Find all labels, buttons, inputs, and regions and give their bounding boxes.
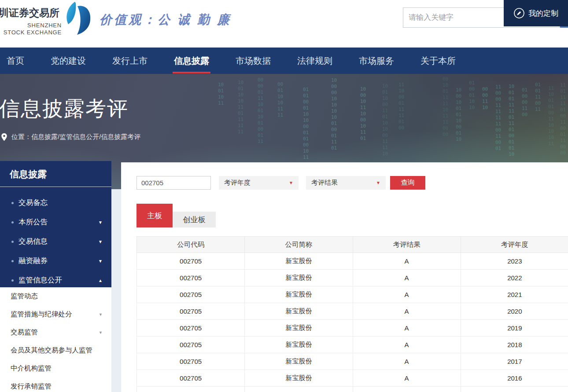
sidebar-subitem-label: 监管措施与纪律处分 <box>11 310 72 319</box>
table-cell: A <box>353 370 461 387</box>
nav-item-7[interactable]: 市场服务 <box>359 48 394 74</box>
nav-item-1[interactable]: 首页 <box>7 48 24 74</box>
logo-en-text: SHENZHEN STOCK EXCHANGE <box>0 22 62 36</box>
sidebar-subitem-2[interactable]: 监管措施与纪律处分▼ <box>0 305 111 323</box>
location-pin-icon <box>1 133 7 141</box>
evaluation-year-dropdown[interactable]: 考评年度 ▼ <box>219 176 299 190</box>
table-cell: 新宝股份 <box>245 370 353 387</box>
sidebar-item-label: 交易信息 <box>18 237 48 246</box>
sidebar-subitem-5[interactable]: 中介机构监管 <box>0 359 111 377</box>
breadcrumb: 位置：信息披露/监管信息公开/信息披露考评 <box>1 133 140 141</box>
table-cell: 002705 <box>137 286 245 303</box>
table-cell: 002705 <box>137 370 245 387</box>
table-header-cell: 考评年度 <box>461 237 568 253</box>
table-row-partial <box>137 387 568 392</box>
sidebar-subitem-label: 发行承销监管 <box>11 382 52 391</box>
site-header: 深圳证券交易所 SHENZHEN STOCK EXCHANGE 价值观：公 诚 … <box>0 0 568 48</box>
table-cell: 新宝股份 <box>245 286 353 303</box>
table-cell: 新宝股份 <box>245 337 353 353</box>
table-cell: 002705 <box>137 253 245 270</box>
szse-logo-icon <box>63 1 92 35</box>
table-row: 002705新宝股份A2016 <box>137 370 568 387</box>
table-cell <box>353 387 461 392</box>
page-title: 信息披露考评 <box>0 95 129 123</box>
nav-item-8[interactable]: 关于本所 <box>420 48 456 74</box>
breadcrumb-text[interactable]: 位置：信息披露/监管信息公开/信息披露考评 <box>11 133 140 141</box>
sidebar-subitem-1[interactable]: 监管动态 <box>0 287 111 305</box>
nav-item-2[interactable]: 党的建设 <box>51 48 86 74</box>
bullet-icon <box>11 241 14 243</box>
logo-cn-text: 深圳证券交易所 <box>0 6 59 20</box>
bullet-icon <box>11 221 14 223</box>
sidebar-subitem-3[interactable]: 交易监管▼ <box>0 323 111 341</box>
bullet-icon <box>11 279 14 282</box>
bullet-icon <box>11 202 14 204</box>
sidebar-item-label: 交易备忘 <box>18 198 48 208</box>
table-cell: 新宝股份 <box>245 303 353 320</box>
nav-item-3[interactable]: 发行上市 <box>112 48 148 74</box>
table-cell: 2023 <box>461 253 568 270</box>
company-code-input[interactable] <box>136 176 211 190</box>
tab-main-board[interactable]: 主板 <box>136 204 173 227</box>
table-cell: 2022 <box>461 270 568 286</box>
table-row: 002705新宝股份A2019 <box>137 320 568 337</box>
table-cell: 2017 <box>461 353 568 370</box>
table-header-cell: 公司代码 <box>137 237 245 253</box>
nav-item-5[interactable]: 市场数据 <box>236 48 271 74</box>
sidebar-subitem-label: 监管动态 <box>11 292 38 301</box>
table-cell: 新宝股份 <box>245 353 353 370</box>
bullet-icon <box>11 260 14 262</box>
sidebar-item-2[interactable]: 本所公告▼ <box>0 212 111 232</box>
content-panel: 考评年度 ▼ 考评结果 ▼ 查询 主板 创业板 公司代码公司简称考评结果考评年度… <box>121 162 568 392</box>
tab-chinext[interactable]: 创业板 <box>173 212 216 227</box>
table-cell: A <box>353 320 461 337</box>
table-row: 002705新宝股份A2020 <box>137 303 568 320</box>
sidebar-subitem-4[interactable]: 会员及其他交易参与人监管 <box>0 341 111 359</box>
sidebar-subitem-label: 会员及其他交易参与人监管 <box>11 346 92 355</box>
table-cell: A <box>353 303 461 320</box>
table-row: 002705新宝股份A2021 <box>137 286 568 303</box>
table-cell: 2020 <box>461 303 568 320</box>
nav-item-4[interactable]: 信息披露 <box>174 48 209 74</box>
sidebar-subitem-label: 中介机构监管 <box>11 364 52 373</box>
main-nav: 首页党的建设发行上市信息披露市场数据法律规则市场服务关于本所 <box>0 48 568 74</box>
table-cell: A <box>353 353 461 370</box>
table-cell: 新宝股份 <box>245 270 353 286</box>
chevron-down-icon: ▼ <box>98 239 103 244</box>
nav-item-6[interactable]: 法律规则 <box>297 48 332 74</box>
evaluation-result-dropdown[interactable]: 考评结果 ▼ <box>306 176 386 190</box>
table-cell: 002705 <box>137 320 245 337</box>
customize-pencil-icon <box>513 7 525 19</box>
sidebar-item-1[interactable]: 交易备忘 <box>0 193 111 212</box>
table-header-cell: 考评结果 <box>353 237 461 253</box>
sidebar-item-4[interactable]: 融资融券▼ <box>0 251 111 271</box>
query-button[interactable]: 查询 <box>390 176 425 190</box>
szse-logo[interactable]: 深圳证券交易所 SHENZHEN STOCK EXCHANGE <box>0 0 101 44</box>
evaluation-result-label: 考评结果 <box>311 179 338 187</box>
sidebar-gutter <box>111 189 121 392</box>
values-slogan: 价值观：公 诚 勤 廉 <box>100 11 232 28</box>
dropdown-caret-icon: ▼ <box>376 180 380 185</box>
chevron-down-icon: ▼ <box>99 330 103 335</box>
dropdown-caret-icon: ▼ <box>289 180 293 185</box>
sidebar: 信息披露 交易备忘本所公告▼交易信息▼融资融券▼监管信息公开▲ <box>0 161 111 287</box>
table-cell: A <box>353 253 461 270</box>
evaluation-table: 公司代码公司简称考评结果考评年度 002705新宝股份A2023002705新宝… <box>136 236 568 392</box>
sidebar-item-label: 监管信息公开 <box>18 275 62 285</box>
table-cell: 2018 <box>461 337 568 353</box>
table-row: 002705新宝股份A2022 <box>137 270 568 286</box>
sidebar-item-3[interactable]: 交易信息▼ <box>0 232 111 251</box>
chevron-up-icon: ▲ <box>98 278 103 283</box>
sidebar-subitem-6[interactable]: 发行承销监管 <box>0 377 111 392</box>
my-customization-button[interactable]: 我的定制 <box>504 0 568 26</box>
sidebar-title: 信息披露 <box>10 168 111 180</box>
table-cell: 新宝股份 <box>245 253 353 270</box>
table-cell: 002705 <box>137 353 245 370</box>
table-row: 002705新宝股份A2023 <box>137 253 568 270</box>
sidebar-subitem-label: 交易监管 <box>11 328 38 337</box>
table-row: 002705新宝股份A2018 <box>137 337 568 353</box>
table-cell: 2016 <box>461 370 568 387</box>
table-cell: A <box>353 270 461 286</box>
sidebar-item-label: 融资融券 <box>18 256 48 266</box>
table-cell <box>245 387 353 392</box>
